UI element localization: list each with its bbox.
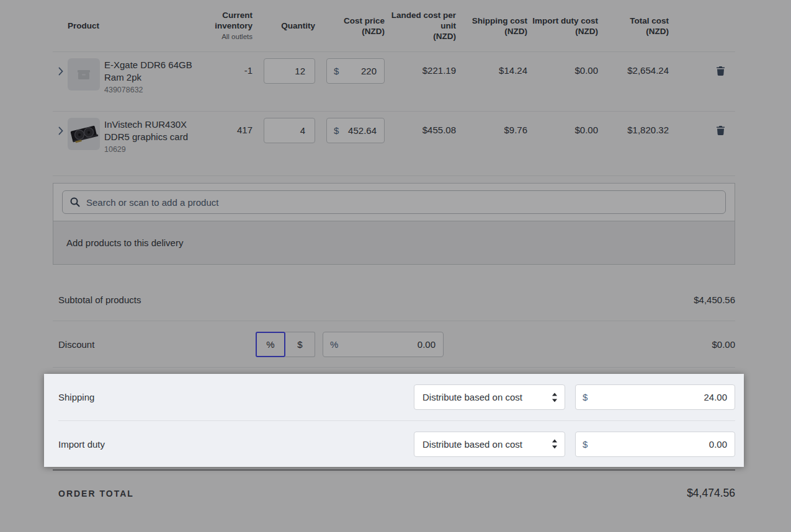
subtotal-row: Subtotal of products $4,450.56 bbox=[53, 278, 735, 321]
discount-amount-field: % bbox=[323, 332, 444, 357]
currency-prefix: $ bbox=[334, 66, 339, 76]
product-sku: 10629 bbox=[104, 145, 197, 154]
quantity-input[interactable] bbox=[264, 118, 315, 143]
chevron-right-icon bbox=[58, 126, 63, 135]
total-cost-value: $2,654.24 bbox=[598, 58, 669, 84]
landed-cost-value: $221.19 bbox=[385, 58, 456, 84]
import-duty-amount-field: $ bbox=[575, 432, 735, 457]
delete-row-button[interactable] bbox=[717, 126, 725, 135]
search-icon bbox=[70, 197, 80, 207]
shipping-cost-value: $9.76 bbox=[456, 117, 527, 143]
import-duty-row: Import duty Distribute based on cost $ bbox=[58, 420, 735, 467]
cost-price-field: $ bbox=[326, 58, 385, 84]
product-name: InVistech RUR430X DDR5 graphics card bbox=[104, 118, 197, 143]
discount-row: Discount % $ % $0.00 bbox=[53, 321, 735, 368]
cost-price-field: $ bbox=[326, 118, 385, 143]
add-products-hint: Add products to this delivery bbox=[53, 221, 735, 264]
col-header-all-outlets: All outlets bbox=[197, 32, 252, 42]
col-header-cost-price: Cost price (NZD) bbox=[326, 16, 385, 37]
import-duty-label: Import duty bbox=[58, 439, 414, 450]
cost-price-input[interactable] bbox=[339, 66, 377, 76]
landed-cost-value: $455.08 bbox=[385, 117, 456, 143]
subtotal-label: Subtotal of products bbox=[58, 295, 141, 305]
discount-percent-button[interactable]: % bbox=[256, 332, 285, 357]
select-spinner-icon bbox=[552, 440, 557, 449]
add-products-section: Add products to this delivery bbox=[53, 183, 735, 265]
order-total-row: ORDER TOTAL $4,474.56 bbox=[53, 469, 735, 516]
product-row: InVistech RUR430X DDR5 graphics card 106… bbox=[53, 112, 735, 176]
shipping-amount-input[interactable] bbox=[588, 392, 727, 402]
trash-icon bbox=[717, 66, 725, 76]
quantity-input[interactable] bbox=[264, 58, 315, 84]
total-cost-value: $1,820.32 bbox=[598, 117, 669, 143]
shipping-amount-field: $ bbox=[575, 384, 735, 410]
product-image bbox=[68, 118, 100, 150]
discount-dollar-button[interactable]: $ bbox=[285, 332, 315, 357]
order-products-panel: Product Current inventory All outlets Qu… bbox=[53, 0, 735, 516]
shipping-distribution-select[interactable]: Distribute based on cost bbox=[414, 384, 565, 410]
import-duty-cost-value: $0.00 bbox=[527, 58, 598, 84]
subtotal-value: $4,450.56 bbox=[694, 295, 735, 305]
col-header-quantity: Quantity bbox=[264, 20, 315, 31]
col-header-landed-cost: Landed cost per unit (NZD) bbox=[385, 10, 456, 42]
product-search-input[interactable] bbox=[86, 197, 718, 208]
discount-label: Discount bbox=[58, 339, 256, 350]
product-image-placeholder bbox=[68, 58, 100, 91]
chevron-right-icon bbox=[58, 67, 63, 76]
import-duty-cost-value: $0.00 bbox=[527, 117, 598, 143]
expand-row-button[interactable] bbox=[53, 58, 68, 78]
shipping-cost-value: $14.24 bbox=[456, 58, 527, 84]
discount-amount-input[interactable] bbox=[338, 339, 436, 350]
col-header-shipping-cost: Shipping cost (NZD) bbox=[456, 16, 527, 37]
currency-prefix: $ bbox=[583, 392, 588, 402]
product-row: E-Xgate DDR6 64GB Ram 2pk 439078632 -1 $… bbox=[53, 52, 735, 112]
col-header-import-duty-cost: Import duty cost (NZD) bbox=[527, 16, 598, 37]
product-sku: 439078632 bbox=[104, 86, 197, 94]
shipping-label: Shipping bbox=[58, 392, 414, 402]
box-icon bbox=[78, 69, 90, 80]
select-spinner-icon bbox=[552, 392, 557, 402]
import-duty-amount-input[interactable] bbox=[588, 439, 727, 450]
current-inventory-value: 417 bbox=[197, 117, 252, 143]
import-duty-distribution-select[interactable]: Distribute based on cost bbox=[414, 432, 565, 457]
discount-total-value: $0.00 bbox=[712, 339, 735, 350]
trash-icon bbox=[717, 126, 725, 135]
shipping-import-duty-spotlight: Shipping Distribute based on cost $ Impo… bbox=[44, 374, 744, 467]
currency-prefix: $ bbox=[334, 125, 339, 136]
product-search-field bbox=[62, 190, 726, 214]
order-total-value: $4,474.56 bbox=[687, 487, 735, 500]
current-inventory-value: -1 bbox=[197, 58, 252, 84]
percent-prefix: % bbox=[330, 339, 338, 350]
products-table-header: Product Current inventory All outlets Qu… bbox=[53, 0, 735, 52]
delete-row-button[interactable] bbox=[717, 66, 725, 76]
order-total-label: ORDER TOTAL bbox=[58, 489, 134, 499]
expand-row-button[interactable] bbox=[53, 117, 68, 138]
discount-type-toggle: % $ bbox=[256, 332, 315, 357]
shipping-row: Shipping Distribute based on cost $ bbox=[58, 374, 735, 420]
col-header-current-inventory: Current inventory All outlets bbox=[197, 10, 252, 42]
currency-prefix: $ bbox=[583, 439, 588, 450]
col-header-total-cost: Total cost (NZD) bbox=[598, 16, 669, 37]
graphics-card-image bbox=[68, 118, 100, 150]
product-name: E-Xgate DDR6 64GB Ram 2pk bbox=[104, 59, 197, 84]
cost-price-input[interactable] bbox=[339, 125, 377, 136]
col-header-product: Product bbox=[68, 20, 197, 31]
